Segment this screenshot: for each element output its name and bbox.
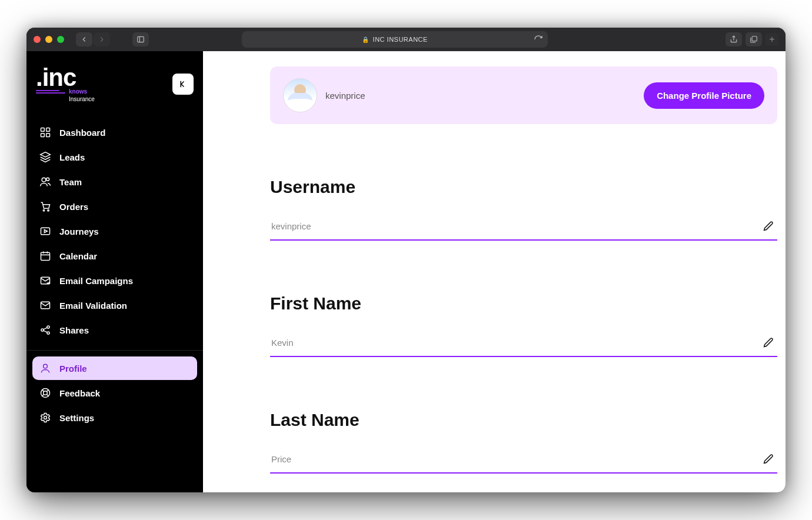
last-name-input[interactable]: Price: [271, 454, 761, 464]
sidebar-item-label: Feedback: [59, 388, 100, 398]
logo: .inc knowsInsurance: [36, 65, 95, 103]
avatar: [283, 78, 317, 112]
main-content: kevinprice Change Profile Picture Userna…: [203, 51, 786, 492]
sidebar-item-feedback[interactable]: Feedback: [32, 381, 197, 405]
sidebar-item-profile[interactable]: Profile: [32, 356, 197, 380]
svg-line-27: [44, 331, 48, 332]
username-input[interactable]: kevinprice: [271, 221, 761, 231]
svg-point-30: [44, 391, 48, 395]
logo-tag2: Insurance: [69, 96, 95, 102]
sidebar-item-label: Settings: [59, 413, 94, 423]
sidebar-item-label: Profile: [59, 364, 87, 374]
address-bar[interactable]: 🔒 INC INSURANCE: [242, 31, 548, 48]
lock-icon: 🔒: [362, 36, 370, 43]
field-last-name: Last Name Price: [270, 410, 777, 474]
tabs-button[interactable]: [746, 32, 762, 46]
svg-rect-0: [138, 36, 144, 42]
sidebar-item-email-validation[interactable]: Email Validation: [32, 294, 197, 317]
nav-divider: [26, 350, 203, 351]
sidebar-item-label: Dashboard: [59, 128, 105, 138]
sidebar-item-label: Journeys: [59, 226, 99, 236]
sidebar-item-label: Shares: [59, 325, 89, 335]
collapse-sidebar-button[interactable]: [172, 74, 194, 95]
svg-point-13: [48, 209, 49, 211]
cart-icon: [39, 201, 51, 212]
svg-point-12: [43, 209, 45, 211]
lifebuoy-icon: [39, 387, 51, 399]
change-profile-picture-button[interactable]: Change Profile Picture: [644, 82, 764, 109]
sidebar-item-label: Team: [59, 177, 82, 187]
forward-button[interactable]: [94, 32, 110, 46]
field-first-name: First Name Kevin: [270, 294, 777, 357]
maximize-window-button[interactable]: [57, 36, 64, 43]
field-label: Last Name: [270, 410, 777, 430]
sidebar-item-email-campaigns[interactable]: Email Campaigns: [32, 269, 197, 292]
users-icon: [39, 176, 51, 188]
reload-button[interactable]: [534, 35, 543, 44]
profile-username: kevinprice: [325, 91, 365, 101]
new-tab-button[interactable]: +: [766, 33, 778, 46]
field-label: First Name: [270, 294, 777, 314]
sidebar-item-label: Email Validation: [59, 301, 127, 311]
svg-rect-8: [46, 134, 50, 137]
nav-primary: Dashboard Leads Team Orders Journeys: [32, 121, 197, 342]
sidebar-item-orders[interactable]: Orders: [32, 195, 197, 218]
url-text: INC INSURANCE: [373, 36, 428, 43]
svg-rect-16: [41, 252, 50, 260]
sidebar-item-journeys[interactable]: Journeys: [32, 219, 197, 243]
field-username: Username kevinprice: [270, 177, 777, 241]
grid-icon: [39, 126, 51, 138]
nav-secondary: Profile Feedback Settings: [32, 356, 197, 429]
svg-point-11: [46, 178, 49, 181]
svg-rect-3: [752, 36, 757, 41]
sidebar-item-team[interactable]: Team: [32, 170, 197, 194]
svg-point-10: [42, 178, 46, 182]
svg-rect-7: [41, 134, 45, 137]
share-button[interactable]: [726, 32, 742, 46]
svg-rect-5: [41, 128, 45, 132]
svg-rect-14: [41, 228, 50, 235]
sidebar-item-dashboard[interactable]: Dashboard: [32, 121, 197, 144]
mail-send-icon: [39, 275, 51, 286]
svg-marker-9: [41, 152, 51, 157]
edit-username-button[interactable]: [761, 218, 776, 234]
app-body: .inc knowsInsurance Dashboard L: [26, 51, 786, 492]
sidebar-item-shares[interactable]: Shares: [32, 318, 197, 342]
edit-first-name-button[interactable]: [761, 335, 776, 350]
sidebar-toggle-button[interactable]: [132, 32, 149, 46]
share-icon: [39, 324, 51, 336]
profile-header-card: kevinprice Change Profile Picture: [270, 66, 777, 124]
back-button[interactable]: [76, 32, 92, 46]
first-name-input[interactable]: Kevin: [271, 338, 761, 348]
browser-chrome: 🔒 INC INSURANCE +: [26, 28, 786, 51]
sidebar-item-label: Leads: [59, 152, 85, 162]
field-label: Username: [270, 177, 777, 197]
sidebar-item-settings[interactable]: Settings: [32, 406, 197, 429]
minimize-window-button[interactable]: [45, 36, 52, 43]
sidebar-item-calendar[interactable]: Calendar: [32, 244, 197, 268]
sidebar: .inc knowsInsurance Dashboard L: [26, 51, 203, 492]
calendar-icon: [39, 250, 51, 262]
edit-last-name-button[interactable]: [761, 451, 776, 466]
logo-area: .inc knowsInsurance: [32, 62, 197, 118]
traffic-lights: [34, 36, 64, 43]
svg-marker-15: [44, 230, 47, 233]
user-icon: [39, 362, 51, 374]
svg-point-35: [44, 416, 47, 419]
sidebar-item-label: Email Campaigns: [59, 276, 133, 286]
play-square-icon: [39, 225, 51, 237]
close-window-button[interactable]: [34, 36, 41, 43]
sidebar-item-leads[interactable]: Leads: [32, 145, 197, 169]
logo-tag1: knows: [69, 88, 87, 95]
layers-icon: [39, 151, 51, 163]
svg-rect-6: [46, 128, 50, 132]
svg-line-26: [44, 328, 48, 329]
mail-icon: [39, 299, 51, 311]
gear-icon: [39, 412, 51, 424]
sidebar-item-label: Calendar: [59, 251, 97, 261]
browser-window: 🔒 INC INSURANCE + .inc knowsInsurance: [26, 28, 786, 492]
svg-point-28: [44, 364, 48, 368]
logo-text: .inc: [36, 64, 76, 91]
sidebar-item-label: Orders: [59, 202, 88, 212]
